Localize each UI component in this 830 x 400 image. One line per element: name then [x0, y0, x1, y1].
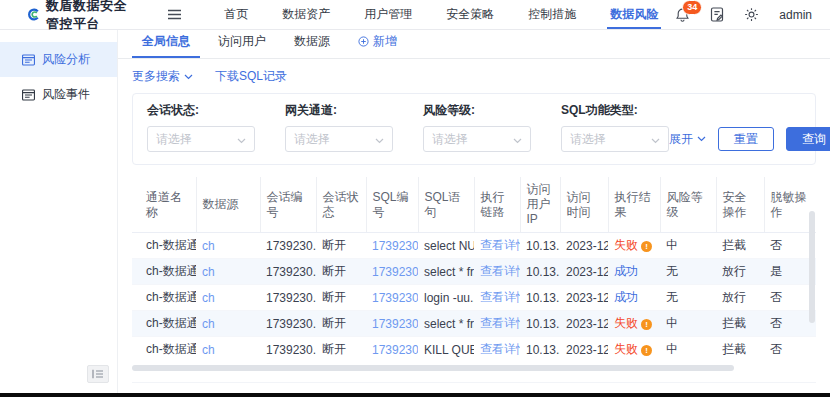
sidebar-collapse-button[interactable] [87, 365, 109, 383]
cell: 断开 [316, 233, 366, 259]
table-row[interactable]: ch-数据通道ch1739230...断开1739230...select * … [132, 311, 816, 337]
cell-link[interactable]: ch [202, 265, 215, 279]
cell: select * fr... [418, 259, 474, 285]
filter-field-3: SQL功能类型:请选择 [561, 102, 669, 152]
table-row[interactable]: ch-数据通道ch1739230...断开1739230...KILL QUE.… [132, 337, 816, 362]
cell: 放行 [716, 285, 764, 311]
filter-label: 网关通道: [285, 102, 393, 119]
chevron-down-icon [375, 130, 384, 148]
hamburger-icon[interactable] [168, 9, 181, 20]
query-button[interactable]: 查询 [786, 127, 830, 151]
cell-link[interactable]: 1739230... [372, 343, 418, 357]
chevron-down-icon [513, 138, 522, 144]
cell: ch-数据通道 [132, 285, 196, 311]
view-detail-link[interactable]: 查看详情 [480, 264, 520, 278]
nav-item-5[interactable]: 数据风险 [593, 0, 675, 29]
chevron-down-icon [237, 138, 246, 144]
nav-item-4[interactable]: 控制措施 [511, 0, 593, 29]
cell-link[interactable]: ch [202, 291, 215, 305]
table-row[interactable]: ch-数据通道ch1739230...断开1739230...select * … [132, 259, 816, 285]
cell-link[interactable]: ch [202, 343, 215, 357]
cell: select NU... [418, 233, 474, 259]
cell: 2023-12-... [560, 337, 608, 362]
cell: 中 [660, 337, 716, 362]
cell: 查看详情 [474, 233, 520, 259]
horizontal-scrollbar-thumb[interactable] [132, 365, 734, 371]
filter-actions: 展开 重置 查询 [669, 126, 830, 152]
table-row[interactable]: ch-数据通道ch1739230...断开1739230...login -uu… [132, 285, 816, 311]
tab-1[interactable]: 访问用户 [208, 33, 276, 58]
select-placeholder: 请选择 [432, 131, 468, 148]
tab-2[interactable]: 数据源 [284, 33, 340, 58]
nav-item-3[interactable]: 安全策略 [429, 0, 511, 29]
cell: ch [196, 285, 260, 311]
view-detail-link[interactable]: 查看详情 [480, 316, 520, 330]
sidebar-item-1[interactable]: 风险事件 [0, 77, 117, 112]
cell: 10.13.... [520, 311, 560, 337]
cell: KILL QUE... [418, 337, 474, 362]
top-header: 数盾数据安全管控平台 首页数据资产用户管理安全策略控制措施数据风险 34 [0, 0, 830, 30]
view-detail-link[interactable]: 查看详情 [480, 290, 520, 304]
nav-item-0[interactable]: 首页 [207, 0, 265, 29]
cell-link[interactable]: ch [202, 239, 215, 253]
sidebar-item-0[interactable]: 风险分析 [0, 42, 117, 77]
tab-0[interactable]: 全局信息 [132, 33, 200, 58]
reset-button[interactable]: 重置 [718, 127, 774, 151]
filter-select-0[interactable]: 请选择 [147, 126, 255, 152]
cell: 无 [660, 285, 716, 311]
cell-link[interactable]: 1739230... [372, 265, 418, 279]
chevron-down-icon [184, 74, 193, 80]
cell: 1739230... [366, 285, 418, 311]
cell: ch [196, 259, 260, 285]
cell: 中 [660, 311, 716, 337]
circle-plus-icon [358, 36, 369, 47]
cell: 10.13.... [520, 285, 560, 311]
more-search-label: 更多搜索 [132, 68, 180, 85]
nav-item-1[interactable]: 数据资产 [265, 0, 347, 29]
cell: 失败! [608, 337, 660, 362]
logo-icon [28, 6, 40, 23]
view-detail-link[interactable]: 查看详情 [480, 238, 520, 252]
cell: 查看详情 [474, 337, 520, 362]
cell: 10.13.... [520, 337, 560, 362]
app-window: 数盾数据安全管控平台 首页数据资产用户管理安全策略控制措施数据风险 34 [0, 0, 830, 400]
menu-icon [22, 54, 35, 66]
cell: ch-数据通道 [132, 311, 196, 337]
chevron-down-icon [697, 136, 706, 142]
download-sql-link[interactable]: 下载SQL记录 [215, 68, 287, 85]
result-text: 失败 [614, 316, 638, 330]
tab-add-new[interactable]: 新增 [348, 33, 407, 58]
horizontal-scrollbar[interactable] [132, 364, 816, 372]
cell-link[interactable]: 1739230... [372, 317, 418, 331]
expand-link[interactable]: 展开 [669, 131, 706, 148]
view-detail-link[interactable]: 查看详情 [480, 342, 520, 356]
cell: 查看详情 [474, 285, 520, 311]
cell-link[interactable]: ch [202, 317, 215, 331]
cell: ch-数据通道 [132, 337, 196, 362]
cell-link[interactable]: 1739230... [372, 291, 418, 305]
filter-select-3[interactable]: 请选择 [561, 126, 669, 152]
more-search-link[interactable]: 更多搜索 [132, 68, 193, 85]
filter-label: 风险等级: [423, 102, 531, 119]
col-header-9: 执行结果 [608, 177, 660, 233]
warning-icon: ! [641, 241, 652, 252]
cell: 2023-12-... [560, 259, 608, 285]
filter-select-1[interactable]: 请选择 [285, 126, 393, 152]
cell: ch-数据通道 [132, 233, 196, 259]
cell: 1739230... [366, 311, 418, 337]
col-header-1: 数据源 [196, 177, 260, 233]
chevron-down-icon [651, 138, 660, 144]
table-footer: 提示：双击单条数据可查看SQL语句详情 共 3141 条 < 1234···31… [132, 382, 816, 393]
cell: 1739230... [260, 337, 316, 362]
vertical-scrollbar[interactable] [809, 211, 815, 323]
sidebar: 风险分析风险事件 [0, 30, 118, 393]
table-row[interactable]: ch-数据通道ch1739230...断开1739230...select NU… [132, 233, 816, 259]
user-name[interactable]: admin [779, 8, 812, 22]
filter-select-2[interactable]: 请选择 [423, 126, 531, 152]
gear-icon[interactable] [744, 7, 759, 22]
cell-link[interactable]: 1739230... [372, 239, 418, 253]
report-icon[interactable] [710, 7, 724, 22]
cell: 成功 [608, 259, 660, 285]
notification-bell[interactable]: 34 [675, 7, 690, 23]
nav-item-2[interactable]: 用户管理 [347, 0, 429, 29]
